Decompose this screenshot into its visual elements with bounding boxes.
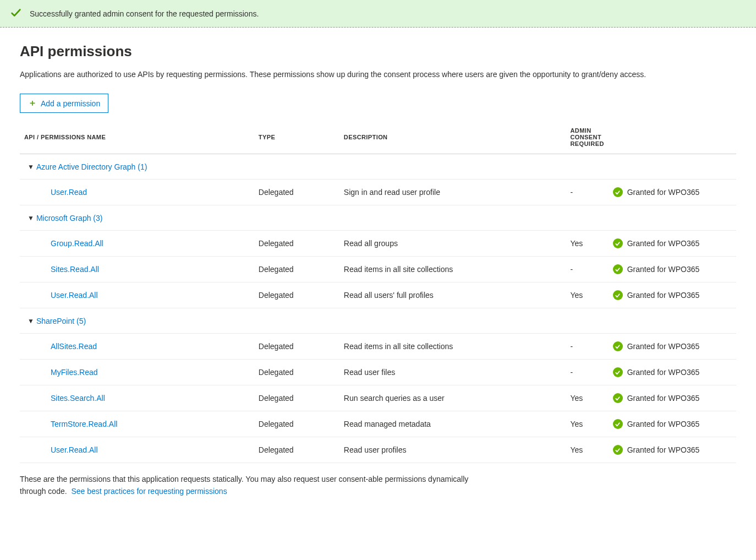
permission-status: Granted for WPO365 [627, 265, 700, 274]
permission-description: Read user profiles [339, 437, 566, 463]
permission-description: Sign in and read user profile [339, 180, 566, 205]
permission-admin-required: - [566, 360, 608, 385]
permission-row: MyFiles.ReadDelegatedRead user files-Gra… [20, 360, 736, 385]
permission-row: User.ReadDelegatedSign in and read user … [20, 180, 736, 205]
best-practices-link[interactable]: See best practices for requesting permis… [71, 487, 227, 496]
checkmark-icon [10, 7, 22, 20]
permission-status: Granted for WPO365 [627, 420, 700, 428]
add-permission-label: Add a permission [41, 99, 100, 108]
permission-name-link[interactable]: User.Read.All [24, 291, 98, 300]
granted-check-icon [613, 187, 623, 197]
permission-name-link[interactable]: User.Read [24, 188, 87, 197]
api-group-toggle[interactable]: ▼ SharePoint (5) [28, 317, 86, 325]
success-banner: Successfully granted admin consent for t… [0, 0, 756, 28]
permission-description: Read managed metadata [339, 411, 566, 437]
permission-name-link[interactable]: MyFiles.Read [24, 368, 98, 377]
granted-check-icon [613, 290, 623, 300]
permission-row: User.Read.AllDelegatedRead all users' fu… [20, 282, 736, 308]
permission-description: Run search queries as a user [339, 385, 566, 411]
granted-check-icon [613, 445, 623, 455]
page-description: Applications are authorized to use APIs … [20, 69, 702, 80]
permission-type: Delegated [254, 385, 339, 411]
api-group-name: Azure Active Directory Graph (1) [36, 162, 147, 171]
permission-row: Sites.Search.AllDelegatedRun search quer… [20, 385, 736, 411]
granted-check-icon [613, 367, 623, 377]
page-title: API permissions [20, 43, 736, 60]
footer-note: These are the permissions that this appl… [20, 473, 471, 498]
plus-icon: ＋ [28, 97, 37, 109]
api-group-name: Microsoft Graph (3) [36, 214, 103, 222]
granted-check-icon [613, 419, 623, 429]
permission-row: User.Read.AllDelegatedRead user profiles… [20, 437, 736, 463]
permission-row: Group.Read.AllDelegatedRead all groupsYe… [20, 231, 736, 257]
granted-check-icon [613, 393, 623, 403]
permission-description: Read user files [339, 360, 566, 385]
permission-admin-required: - [566, 334, 608, 360]
caret-down-icon: ▼ [28, 317, 34, 325]
permission-type: Delegated [254, 231, 339, 257]
permission-admin-required: Yes [566, 231, 608, 257]
caret-down-icon: ▼ [28, 214, 34, 222]
granted-check-icon [613, 264, 623, 274]
permissions-table: API / PERMISSIONS NAME TYPE DESCRIPTION … [20, 121, 736, 463]
permission-description: Read items in all site collections [339, 334, 566, 360]
permission-admin-required: - [566, 180, 608, 205]
permission-type: Delegated [254, 334, 339, 360]
permission-type: Delegated [254, 360, 339, 385]
permission-status: Granted for WPO365 [627, 188, 700, 197]
permission-status: Granted for WPO365 [627, 394, 700, 403]
api-group-toggle[interactable]: ▼ Azure Active Directory Graph (1) [28, 162, 147, 171]
granted-check-icon [613, 238, 623, 248]
permission-name-link[interactable]: User.Read.All [24, 445, 98, 454]
permission-status: Granted for WPO365 [627, 342, 700, 351]
header-type: TYPE [254, 121, 339, 154]
banner-message: Successfully granted admin consent for t… [30, 9, 259, 18]
permission-type: Delegated [254, 180, 339, 205]
header-name: API / PERMISSIONS NAME [20, 121, 254, 154]
api-group-toggle[interactable]: ▼ Microsoft Graph (3) [28, 214, 102, 222]
permission-name-link[interactable]: TermStore.Read.All [24, 420, 117, 428]
header-status [609, 121, 736, 154]
header-admin: ADMIN CONSENT REQUIRED [566, 121, 608, 154]
permission-type: Delegated [254, 257, 339, 282]
permission-description: Read items in all site collections [339, 257, 566, 282]
permission-row: AllSites.ReadDelegatedRead items in all … [20, 334, 736, 360]
permission-admin-required: Yes [566, 437, 608, 463]
permission-description: Read all groups [339, 231, 566, 257]
api-group-name: SharePoint (5) [36, 317, 86, 325]
permission-type: Delegated [254, 282, 339, 308]
permission-status: Granted for WPO365 [627, 291, 700, 300]
permission-status: Granted for WPO365 [627, 445, 700, 454]
permission-row: Sites.Read.AllDelegatedRead items in all… [20, 257, 736, 282]
permission-admin-required: Yes [566, 385, 608, 411]
permission-type: Delegated [254, 437, 339, 463]
permission-name-link[interactable]: Sites.Search.All [24, 394, 105, 403]
permission-name-link[interactable]: Sites.Read.All [24, 265, 99, 274]
permission-admin-required: Yes [566, 282, 608, 308]
permission-status: Granted for WPO365 [627, 239, 700, 248]
permission-type: Delegated [254, 411, 339, 437]
permission-description: Read all users' full profiles [339, 282, 566, 308]
granted-check-icon [613, 341, 623, 351]
caret-down-icon: ▼ [28, 163, 34, 171]
permission-row: TermStore.Read.AllDelegatedRead managed … [20, 411, 736, 437]
permission-status: Granted for WPO365 [627, 368, 700, 377]
permission-name-link[interactable]: Group.Read.All [24, 239, 103, 248]
header-description: DESCRIPTION [339, 121, 566, 154]
permission-admin-required: Yes [566, 411, 608, 437]
add-permission-button[interactable]: ＋ Add a permission [20, 94, 108, 113]
permission-admin-required: - [566, 257, 608, 282]
permission-name-link[interactable]: AllSites.Read [24, 342, 97, 351]
